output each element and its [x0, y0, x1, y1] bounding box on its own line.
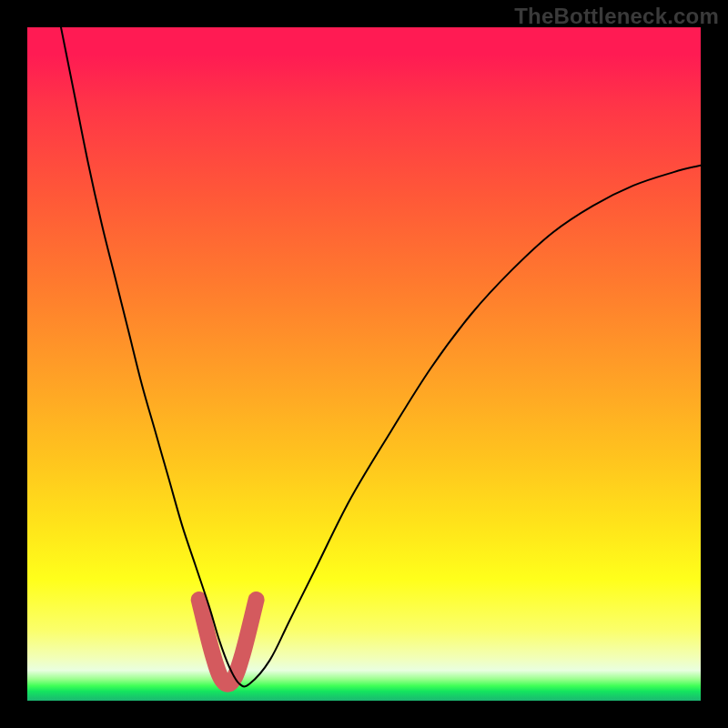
curve-layer	[27, 27, 701, 701]
plot-area	[27, 27, 701, 701]
chart-frame: TheBottleneck.com	[0, 0, 728, 728]
optimal-range-marker	[199, 600, 257, 684]
bottleneck-curve	[61, 27, 701, 687]
watermark-text: TheBottleneck.com	[514, 4, 719, 29]
